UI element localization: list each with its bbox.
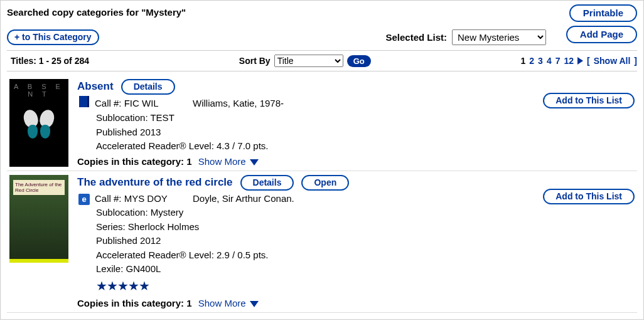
page-title: Searched copy categories for "Mystery" xyxy=(7,4,186,18)
add-to-list-button[interactable]: Add to This List xyxy=(543,93,635,108)
call-number: Call #: FIC WIL xyxy=(95,97,189,111)
show-more-link[interactable]: Show More xyxy=(198,298,259,308)
page-link[interactable]: 2 xyxy=(529,56,534,66)
info-line: Sublocation: TEST xyxy=(96,111,635,125)
add-to-list-button[interactable]: Add to This List xyxy=(543,189,635,204)
call-number: Call #: MYS DOY xyxy=(95,192,189,206)
details-button[interactable]: Details xyxy=(240,175,294,191)
info-line: Published 2012 xyxy=(96,234,635,248)
page-current: 1 xyxy=(521,56,526,66)
page-link[interactable]: 12 xyxy=(564,56,574,66)
rating-stars: ★★★★★ xyxy=(96,276,635,295)
pagination: 1 2 3 4 7 12 [ Show All ] xyxy=(521,56,638,66)
result-title-link[interactable]: Absent xyxy=(77,80,114,93)
sort-by-label: Sort By xyxy=(239,56,271,66)
info-line: Published 2013 xyxy=(96,125,635,140)
page-link[interactable]: 3 xyxy=(538,56,543,66)
selected-list-select[interactable]: New Mysteries xyxy=(452,29,546,45)
info-line: Series: Sherlock Holmes xyxy=(96,220,635,234)
author: Doyle, Sir Arthur Conan. xyxy=(193,192,294,206)
results-count: Titles: 1 - 25 of 284 xyxy=(7,56,89,66)
next-page-icon[interactable] xyxy=(577,57,583,65)
add-to-category-button[interactable]: + to This Category xyxy=(7,29,99,45)
copies-label: Copies in this category: xyxy=(77,298,184,308)
cover-image[interactable]: A B S E N T xyxy=(9,79,68,167)
info-line: Sublocation: Mystery xyxy=(96,206,635,220)
show-all-link[interactable]: Show All xyxy=(594,56,631,66)
chevron-down-icon xyxy=(250,159,259,166)
add-page-button[interactable]: Add Page xyxy=(566,26,637,43)
copies-count: 1 xyxy=(186,156,191,167)
cover-image[interactable]: The Adventure of the Red Circle xyxy=(9,175,68,263)
chevron-down-icon xyxy=(250,301,259,307)
go-button[interactable]: Go xyxy=(347,55,371,67)
copies-label: Copies in this category: xyxy=(77,156,184,167)
author: Williams, Katie, 1978- xyxy=(193,97,284,111)
result-record: A B S E N T Absent Details Add to This L… xyxy=(7,75,637,169)
book-icon xyxy=(79,96,89,107)
open-button[interactable]: Open xyxy=(301,175,349,191)
sort-by-select[interactable]: Title xyxy=(274,55,343,67)
info-line: Accelerated Reader® Level: 2.9 / 0.5 pts… xyxy=(96,248,635,263)
result-record: The Adventure of the Red Circle The adve… xyxy=(7,171,637,311)
info-line: Accelerated Reader® Level: 4.3 / 7.0 pts… xyxy=(96,139,635,154)
printable-button[interactable]: Printable xyxy=(569,4,637,22)
page-link[interactable]: 4 xyxy=(547,56,552,66)
result-title-link[interactable]: The adventure of the red circle xyxy=(77,176,233,189)
ebook-icon: e xyxy=(78,194,90,205)
details-button[interactable]: Details xyxy=(121,79,175,95)
show-more-link[interactable]: Show More xyxy=(198,156,259,167)
page-link[interactable]: 7 xyxy=(555,56,561,66)
selected-list-label: Selected List: xyxy=(385,32,447,43)
copies-count: 1 xyxy=(186,298,191,308)
info-line: Lexile: GN400L xyxy=(96,262,635,276)
